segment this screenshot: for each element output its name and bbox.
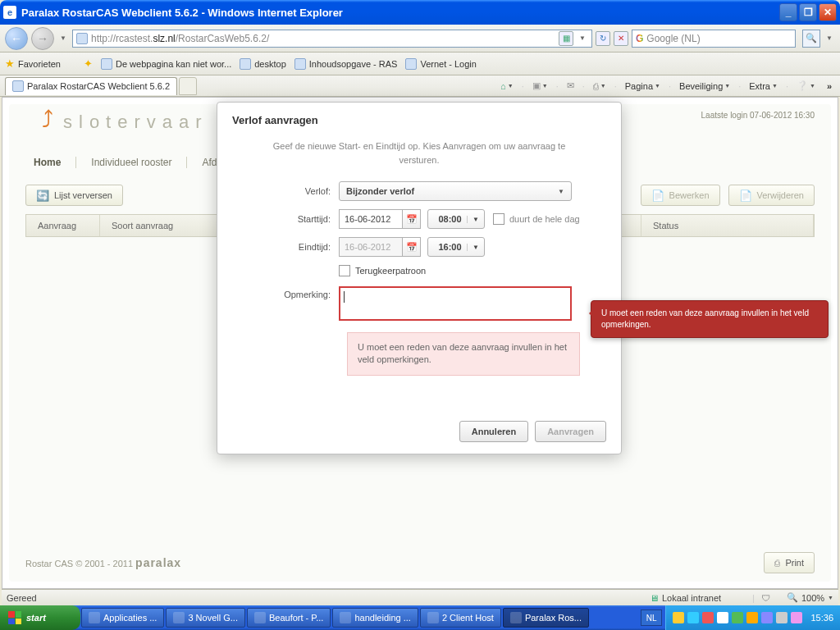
brand-text: paralax bbox=[135, 556, 181, 569]
search-go-button[interactable]: 🔍 bbox=[802, 30, 820, 48]
refresh-button[interactable]: ↻ bbox=[596, 31, 610, 46]
new-tab-button[interactable] bbox=[179, 77, 197, 95]
verlof-select[interactable]: Bijzonder verlof▼ bbox=[339, 181, 572, 201]
calendar-icon[interactable]: 📅 bbox=[403, 237, 421, 257]
tray-icon[interactable] bbox=[702, 612, 714, 623]
menu-home[interactable]: Home bbox=[34, 157, 76, 168]
page-footer: Rostar CAS © 2001 - 2011 paralax ⎙Print bbox=[25, 550, 815, 575]
system-tray: 15:36 bbox=[665, 605, 840, 630]
print-button[interactable]: ⎙▼ bbox=[590, 80, 609, 93]
home-icon: ⌂ bbox=[500, 81, 506, 91]
favorites-bar: ★Favorieten ✦ De webpagina kan niet wor.… bbox=[0, 52, 840, 75]
mail-icon: ✉ bbox=[567, 80, 574, 91]
tray-icon[interactable] bbox=[717, 612, 728, 623]
windows-taskbar: start Applicaties ... 3 Novell G... Beau… bbox=[0, 605, 840, 630]
minimize-button[interactable]: _ bbox=[779, 3, 797, 21]
tray-icon[interactable] bbox=[791, 612, 802, 623]
task-item[interactable]: Applicaties ... bbox=[81, 608, 164, 628]
recurrence-checkbox[interactable] bbox=[339, 265, 350, 276]
end-time-select[interactable]: 16:00▼ bbox=[427, 237, 485, 257]
tray-icon[interactable] bbox=[673, 612, 684, 623]
fav-link[interactable]: Inhoudsopgave - RAS bbox=[294, 58, 398, 70]
tray-icon[interactable] bbox=[732, 612, 743, 623]
nav-history-dropdown[interactable]: ▼ bbox=[57, 27, 69, 50]
error-callout: U moet een reden van deze aanvraag invul… bbox=[591, 300, 829, 338]
ie-page-icon bbox=[12, 80, 24, 92]
fav-link[interactable]: De webpagina kan niet wor... bbox=[101, 58, 231, 70]
app-icon bbox=[510, 612, 522, 623]
language-indicator[interactable]: NL bbox=[641, 609, 663, 626]
help-button[interactable]: ❔▼ bbox=[793, 79, 819, 93]
dialog-title: Verlof aanvragen bbox=[232, 114, 606, 126]
menu-ind-rooster[interactable]: Individueel rooster bbox=[91, 157, 187, 168]
maximize-button[interactable]: ❐ bbox=[799, 3, 817, 21]
logo-swoosh-icon: ⤴ bbox=[42, 107, 60, 133]
readmail-button[interactable]: ✉ bbox=[564, 79, 578, 93]
task-item[interactable]: 2 Client Host bbox=[420, 608, 501, 628]
calendar-icon[interactable]: 📅 bbox=[403, 209, 421, 229]
ie-page-icon bbox=[405, 58, 417, 70]
security-zone[interactable]: 🖥Lokaal intranet bbox=[650, 593, 721, 603]
label-opmerking: Opmerking: bbox=[232, 286, 339, 299]
zoom-control[interactable]: 🔍100% ▼ bbox=[787, 592, 833, 603]
refresh-list-button[interactable]: 🔄Lijst verversen bbox=[25, 185, 123, 206]
tray-icon[interactable] bbox=[746, 612, 758, 623]
fav-link[interactable]: Vernet - Login bbox=[405, 58, 477, 70]
task-item[interactable]: 3 Novell G... bbox=[166, 608, 245, 628]
task-item[interactable]: handleiding ... bbox=[332, 608, 418, 628]
edit-button[interactable]: 📄Bewerken bbox=[641, 185, 720, 206]
favorites-button[interactable]: ★Favorieten bbox=[5, 57, 61, 70]
feeds-button[interactable]: ▣▼ bbox=[529, 79, 551, 93]
cmd-overflow[interactable]: » bbox=[824, 80, 835, 93]
th-status[interactable]: Status bbox=[641, 215, 814, 236]
window-title: Paralax RostarCAS Webclient 5.6.2 - Wind… bbox=[21, 7, 343, 19]
task-item-active[interactable]: Paralax Ros... bbox=[503, 608, 589, 628]
ie-page-icon bbox=[240, 58, 251, 70]
protected-mode-icon[interactable]: 🛡 bbox=[761, 593, 770, 603]
clock[interactable]: 15:36 bbox=[810, 613, 833, 623]
delete-button[interactable]: 📄Verwijderen bbox=[728, 185, 815, 206]
recurrence-label: Terugkeerpatroon bbox=[355, 266, 426, 276]
cancel-button[interactable]: Annuleren bbox=[459, 421, 528, 442]
search-provider-dropdown[interactable]: ▼ bbox=[824, 27, 835, 50]
window-titlebar: e Paralax RostarCAS Webclient 5.6.2 - Wi… bbox=[0, 0, 840, 25]
command-bar: ⌂▼ · ▣▼ · ✉ · ⎙▼ · Pagina ▼ · Beveiligin… bbox=[497, 79, 835, 93]
end-date-input[interactable]: 16-06-2012 bbox=[339, 237, 403, 257]
forward-button[interactable]: → bbox=[31, 27, 54, 50]
start-button[interactable]: start bbox=[0, 605, 80, 630]
help-icon: ❔ bbox=[797, 80, 808, 91]
print-icon: ⎙ bbox=[593, 81, 599, 91]
start-time-select[interactable]: 08:00▼ bbox=[427, 209, 485, 229]
url-dropdown[interactable]: ▼ bbox=[577, 27, 588, 50]
allday-checkbox[interactable] bbox=[493, 213, 504, 225]
start-date-input[interactable]: 16-06-2012 bbox=[339, 209, 403, 229]
page-menu[interactable]: Pagina ▼ bbox=[622, 80, 664, 93]
compat-view-button[interactable]: ▦ bbox=[559, 31, 573, 46]
task-item[interactable]: Beaufort - P... bbox=[247, 608, 331, 628]
back-button[interactable]: ← bbox=[5, 27, 28, 50]
ie-page-icon bbox=[294, 58, 306, 70]
close-button[interactable]: ✕ bbox=[819, 3, 837, 21]
app-icon bbox=[427, 612, 439, 623]
print-button[interactable]: ⎙Print bbox=[764, 552, 815, 573]
search-box[interactable]: G Google (NL) bbox=[632, 30, 796, 48]
tray-icon[interactable] bbox=[761, 612, 773, 623]
fav-link[interactable]: desktop bbox=[240, 58, 286, 70]
chevron-down-icon: ▼ bbox=[467, 244, 479, 251]
tray-icon[interactable] bbox=[776, 612, 788, 623]
submit-button[interactable]: Aanvragen bbox=[535, 421, 606, 442]
tray-icon[interactable] bbox=[687, 612, 699, 623]
star-icon: ★ bbox=[5, 57, 15, 70]
tools-menu[interactable]: Extra ▼ bbox=[746, 80, 781, 93]
tab-strip: Paralax RostarCAS Webclient 5.6.2 ⌂▼ · ▣… bbox=[0, 75, 840, 97]
page-icon bbox=[76, 33, 88, 44]
remark-textarea[interactable] bbox=[339, 286, 572, 321]
fav-suggested[interactable]: ✦ bbox=[84, 57, 93, 70]
tab-active[interactable]: Paralax RostarCAS Webclient 5.6.2 bbox=[5, 77, 177, 95]
label-starttijd: Starttijd: bbox=[232, 214, 339, 224]
home-button[interactable]: ⌂▼ bbox=[497, 80, 517, 93]
stop-button[interactable]: ✕ bbox=[614, 31, 628, 46]
safety-menu[interactable]: Beveiliging ▼ bbox=[676, 80, 733, 93]
th-aanvraag[interactable]: Aanvraag bbox=[26, 215, 100, 236]
address-bar[interactable]: http://rcastest.slz.nl/RostarCasWeb5.6.2… bbox=[72, 30, 592, 48]
